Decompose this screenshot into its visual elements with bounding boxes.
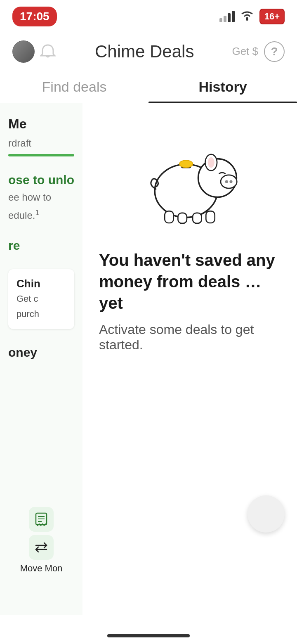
- bg-howto-text: ee how to: [8, 190, 74, 204]
- signal-icon: [219, 11, 235, 22]
- bg-more-label: re: [8, 239, 74, 253]
- svg-point-13: [179, 160, 193, 168]
- bg-card-chime: Chin Get c purch: [8, 269, 74, 329]
- bg-card-title: Chin: [16, 277, 66, 290]
- transfer-icon[interactable]: [29, 535, 54, 560]
- bg-schedule-text: edule.1: [8, 208, 74, 223]
- bg-more-section: re: [8, 239, 74, 253]
- bg-me-section: Me rdraft: [8, 116, 74, 156]
- tab-history[interactable]: History: [148, 70, 297, 103]
- empty-state-subtitle: Activate some deals to get started.: [99, 322, 280, 353]
- avatar[interactable]: [12, 40, 35, 63]
- empty-state-title: You haven't saved any money from deals ……: [99, 249, 280, 314]
- header-left: [12, 40, 57, 63]
- help-button[interactable]: ?: [264, 41, 285, 62]
- home-indicator: [107, 634, 190, 637]
- bg-money-label: oney: [8, 346, 74, 360]
- bg-rdraft-label: rdraft: [8, 136, 74, 150]
- background-panel: Me rdraft ose to unlo ee how to edule.1 …: [0, 103, 82, 615]
- status-time: 17:05: [12, 7, 57, 26]
- bg-bottom-nav: Move Mon: [0, 507, 82, 574]
- svg-point-10: [225, 180, 228, 183]
- move-money-label: Move Mon: [20, 563, 63, 574]
- fab-button[interactable]: [248, 495, 285, 533]
- page-title: Chime Deals: [57, 42, 232, 62]
- bg-card-text1: Get c: [16, 293, 66, 305]
- bg-unlock-text: ose to unlo: [8, 173, 74, 187]
- header-right: Get $ ?: [232, 41, 285, 62]
- svg-point-8: [208, 157, 214, 168]
- svg-rect-14: [165, 211, 173, 223]
- history-panel: You haven't saved any money from deals ……: [82, 103, 297, 615]
- get-cash-label: Get $: [232, 45, 258, 58]
- svg-point-9: [221, 175, 237, 188]
- status-bar: 17:05 16+: [0, 0, 297, 33]
- piggy-illustration: [138, 136, 241, 229]
- status-icons: 16+: [219, 9, 285, 24]
- svg-point-0: [246, 18, 248, 21]
- bg-me-label: Me: [8, 116, 74, 133]
- main-content: Me rdraft ose to unlo ee how to edule.1 …: [0, 103, 297, 615]
- bg-unlock-section: ose to unlo ee how to edule.1: [8, 173, 74, 222]
- header: Chime Deals Get $ ?: [0, 33, 297, 70]
- battery-icon: 16+: [259, 9, 285, 24]
- receipt-icon[interactable]: [29, 507, 54, 532]
- tab-find-deals[interactable]: Find deals: [0, 70, 148, 103]
- svg-rect-16: [193, 213, 201, 223]
- svg-rect-15: [178, 213, 186, 223]
- bell-icon[interactable]: [39, 43, 57, 61]
- bg-card-text2: purch: [16, 308, 66, 321]
- wifi-icon: [240, 9, 255, 24]
- svg-point-11: [229, 180, 232, 183]
- tabs: Find deals History: [0, 70, 297, 103]
- svg-rect-17: [206, 211, 214, 223]
